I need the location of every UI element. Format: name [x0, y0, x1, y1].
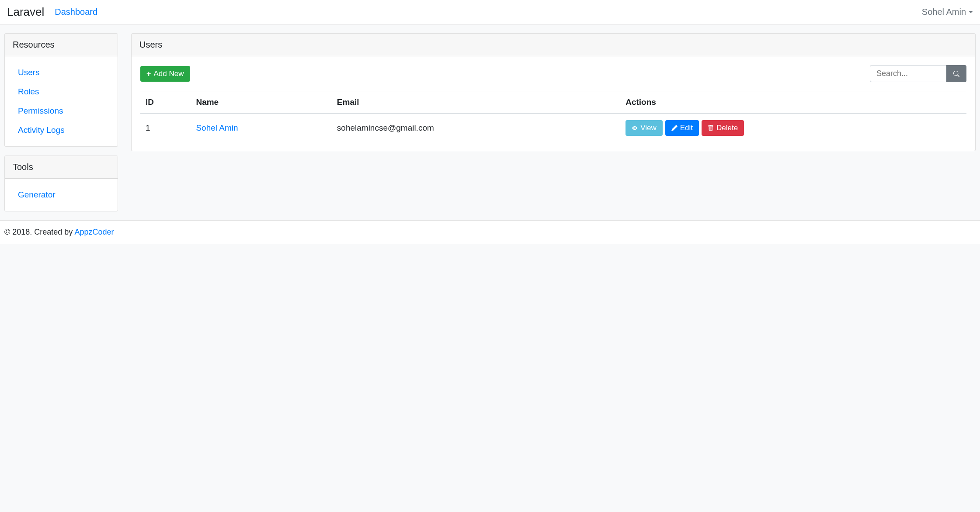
cell-email: sohelamincse@gmail.com [332, 114, 620, 142]
tools-list: Generator [14, 187, 109, 202]
search-icon [953, 71, 959, 77]
sidebar-item-generator[interactable]: Generator [18, 190, 56, 199]
footer-link[interactable]: AppzCoder [74, 228, 114, 236]
table-header-row: ID Name Email Actions [140, 91, 966, 114]
edit-label: Edit [680, 124, 693, 132]
dashboard-link[interactable]: Dashboard [55, 7, 97, 17]
tools-header: Tools [5, 156, 118, 179]
main-content: Users + Add New [131, 33, 976, 151]
user-name-label: Sohel Amin [922, 7, 966, 17]
tools-card: Tools Generator [4, 156, 118, 211]
trash-icon [708, 125, 714, 131]
sidebar-item-activity-logs[interactable]: Activity Logs [18, 125, 65, 135]
resources-header: Resources [5, 34, 118, 56]
sidebar-item-users[interactable]: Users [18, 68, 40, 77]
sidebar-item-permissions[interactable]: Permissions [18, 106, 63, 115]
edit-button[interactable]: Edit [665, 120, 699, 136]
th-email: Email [332, 91, 620, 114]
add-new-button[interactable]: + Add New [140, 66, 190, 82]
cell-name-link[interactable]: Sohel Amin [196, 123, 238, 132]
users-table: ID Name Email Actions 1 Sohel Amin sohel… [140, 91, 966, 142]
sidebar: Resources Users Roles Permissions Activi… [4, 33, 118, 211]
page-title: Users [132, 34, 975, 56]
view-button[interactable]: View [626, 120, 663, 136]
main-container: Resources Users Roles Permissions Activi… [0, 24, 980, 220]
actions-cell: View Edit Delete [626, 120, 961, 136]
eye-icon [632, 125, 638, 131]
resources-body: Users Roles Permissions Activity Logs [5, 56, 118, 146]
search-button[interactable] [946, 65, 966, 82]
th-actions: Actions [620, 91, 966, 114]
search-input[interactable] [870, 65, 946, 82]
chevron-down-icon [969, 11, 973, 13]
edit-icon [671, 125, 678, 131]
footer-prefix: © 2018. Created by [4, 228, 74, 236]
tools-body: Generator [5, 179, 118, 211]
users-card: Users + Add New [131, 33, 976, 151]
user-dropdown[interactable]: Sohel Amin [922, 7, 973, 17]
view-label: View [640, 124, 657, 132]
plus-icon: + [146, 70, 151, 78]
th-name: Name [191, 91, 331, 114]
add-new-label: Add New [154, 69, 184, 78]
resources-list: Users Roles Permissions Activity Logs [14, 65, 109, 138]
resources-card: Resources Users Roles Permissions Activi… [4, 33, 118, 147]
sidebar-item-roles[interactable]: Roles [18, 87, 39, 96]
navbar: Laravel Dashboard Sohel Amin [0, 0, 980, 24]
brand-logo[interactable]: Laravel [7, 5, 44, 19]
delete-label: Delete [716, 124, 738, 132]
users-body: + Add New ID Name [132, 56, 975, 151]
table-row: 1 Sohel Amin sohelamincse@gmail.com View [140, 114, 966, 142]
toolbar: + Add New [140, 65, 966, 82]
cell-id: 1 [140, 114, 191, 142]
footer: © 2018. Created by AppzCoder [0, 220, 980, 244]
delete-button[interactable]: Delete [702, 120, 744, 136]
th-id: ID [140, 91, 191, 114]
search-group [870, 65, 966, 82]
navbar-left: Laravel Dashboard [7, 5, 97, 19]
